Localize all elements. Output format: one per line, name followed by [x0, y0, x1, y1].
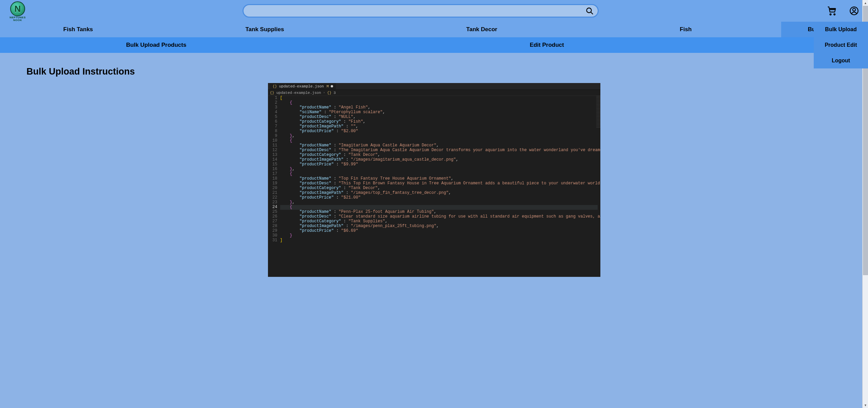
json-file-icon: {}: [270, 91, 274, 95]
top-header: N NEPTUNES NOOK: [0, 0, 868, 22]
search-container: [28, 4, 813, 18]
editor-breadcrumb[interactable]: {} updated-example.json › {} 3: [268, 90, 600, 96]
nav-tank-decor[interactable]: Tank Decor: [373, 26, 590, 33]
dirty-indicator-icon: [331, 85, 333, 87]
dropdown-logout[interactable]: Logout: [814, 53, 868, 68]
editor-minimap[interactable]: [596, 96, 600, 128]
code-lines: [ { "productName" : "Angel Fish", "sciNa…: [280, 96, 600, 243]
search-icon: [585, 7, 594, 15]
nav-tank-supplies[interactable]: Tank Supplies: [156, 26, 373, 33]
breadcrumb-file: updated-example.json: [276, 91, 321, 95]
user-icon: [849, 6, 859, 16]
dropdown-bulk-upload[interactable]: Bulk Upload: [814, 22, 868, 37]
editor-tab-filename: updated-example.json: [279, 84, 324, 88]
logo-letter: N: [15, 4, 21, 14]
account-dropdown: Bulk Upload Product Edit Logout: [814, 22, 868, 68]
editor-tab[interactable]: {} updated-example.json M: [270, 83, 336, 89]
cart-icon: [827, 6, 836, 16]
subnav-edit-product[interactable]: Edit Product: [312, 42, 781, 48]
subnav-bulk-upload-products[interactable]: Bulk Upload Products: [0, 42, 312, 48]
code-editor-screenshot: {} updated-example.json M {} updated-exa…: [268, 83, 600, 277]
nav-fish[interactable]: Fish: [590, 26, 781, 33]
brand-logo[interactable]: N NEPTUNES NOOK: [7, 1, 28, 20]
json-file-icon: {}: [273, 84, 277, 88]
search-bar: [243, 4, 599, 18]
svg-point-3: [834, 14, 835, 15]
scroll-up-icon[interactable]: ▲: [863, 0, 868, 6]
svg-line-1: [591, 12, 593, 14]
primary-nav: Fish Tanks Tank Supplies Tank Decor Fish…: [0, 22, 868, 37]
line-gutter: 1234567891011121314151617181920212223242…: [268, 96, 280, 243]
json-node-icon: {}: [327, 91, 331, 95]
breadcrumb-node: 3: [333, 91, 336, 95]
editor-tab-bar: {} updated-example.json M: [268, 83, 600, 90]
page-title: Bulk Upload Instructions: [26, 66, 868, 77]
secondary-nav: Bulk Upload Products Edit Product: [0, 37, 868, 53]
page-content: Bulk Upload Instructions {} updated-exam…: [0, 53, 868, 277]
cart-button[interactable]: [827, 6, 837, 16]
search-input[interactable]: [248, 8, 583, 14]
brand-name-bottom: NOOK: [7, 19, 28, 22]
search-button[interactable]: [583, 5, 596, 17]
svg-point-2: [830, 14, 831, 15]
nav-fish-tanks[interactable]: Fish Tanks: [0, 26, 156, 33]
editor-tab-modified: M: [327, 84, 329, 88]
svg-point-0: [586, 8, 591, 13]
chevron-right-icon: ›: [323, 91, 325, 95]
dropdown-product-edit[interactable]: Product Edit: [814, 37, 868, 53]
logo-globe-icon: N: [10, 1, 25, 16]
account-button[interactable]: [849, 6, 859, 16]
svg-point-5: [853, 8, 855, 11]
code-area[interactable]: 1234567891011121314151617181920212223242…: [268, 96, 600, 243]
header-icon-group: [827, 6, 859, 16]
